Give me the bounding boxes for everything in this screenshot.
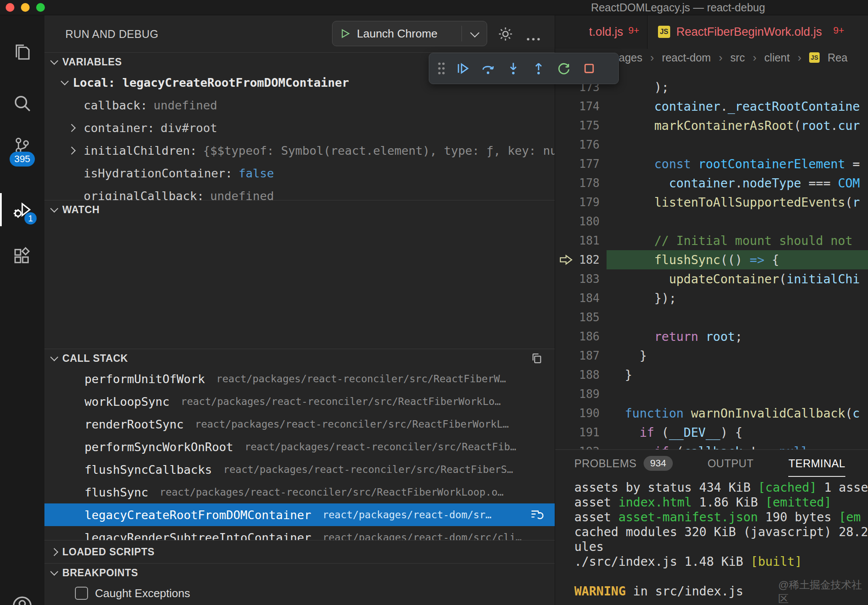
panel-tab-output[interactable]: OUTPUT [708,450,754,477]
zoom-window-button[interactable] [36,3,45,12]
code-token [691,157,698,171]
code-line-176[interactable]: 176 [555,135,868,154]
watermark: @稀土掘金技术社区 [778,578,868,605]
watch-section-header[interactable]: WATCH [44,200,555,219]
launch-config-dropdown[interactable]: Launch Chrome [332,21,487,46]
restart-frame-button[interactable] [529,508,544,523]
account-button[interactable] [0,585,44,605]
expand-toggle[interactable] [69,125,84,131]
call-stack-frame[interactable]: legacyRenderSubtreeIntoContainerreact/pa… [44,526,555,540]
call-stack-frame[interactable]: flushSyncCallbacksreact/packages/react-r… [44,458,555,481]
call-stack-frame[interactable]: legacyCreateRootFromDOMContainerreact/pa… [44,503,555,526]
tab-error-badge: 9+ [628,25,639,36]
copy-call-stack-button[interactable] [530,352,543,367]
code-line-187[interactable]: 187 } [555,346,868,365]
code-line-174[interactable]: 174 container._reactRootContaine [555,97,868,116]
expand-toggle[interactable] [69,148,84,153]
chevron-right-icon [50,548,58,556]
line-number: 175 [576,119,600,132]
breadcrumb-item[interactable]: Rea [827,51,848,64]
minimize-window-button[interactable] [21,3,30,12]
glyph-margin-current[interactable] [555,254,576,265]
terminal-line: asset index.html 1.86 KiB [emitted] [574,495,868,510]
loaded-scripts-section-header[interactable]: LOADED SCRIPTS [44,540,555,563]
start-debug-play-icon[interactable] [339,28,351,39]
debug-settings-button[interactable] [496,24,515,44]
code-line-180[interactable]: 180 [555,212,868,231]
code-line-188[interactable]: 188} [555,365,868,384]
breadcrumb-item[interactable]: react-dom [662,51,711,64]
variable-value: div#root [161,121,217,135]
code-line-190[interactable]: 190function warnOnInvalidCallback(c [555,404,868,423]
caught-exceptions-checkbox[interactable] [75,587,88,600]
code-line-175[interactable]: 175 markContainerAsRoot(root.cur [555,116,868,135]
ellipsis-icon [526,37,541,41]
breakpoint-item-caught-exceptions[interactable]: Caught Exceptions [44,582,555,605]
code-line-186[interactable]: 186 return root; [555,327,868,346]
code-line-178[interactable]: 178 container.nodeType === COM [555,173,868,193]
toolbar-drag-handle[interactable] [433,56,450,81]
sidebar-item-explorer[interactable] [0,31,44,73]
continue-button[interactable] [450,56,475,81]
code-line-183[interactable]: 183 updateContainer(initialChi [555,269,868,289]
step-into-button[interactable] [501,56,526,81]
panel-tab-label: OUTPUT [708,457,754,470]
code-line-179[interactable]: 179 listenToAllSupportedEvents(r [555,193,868,212]
call-stack-frame[interactable]: flushSyncreact/packages/react-reconciler… [44,481,555,503]
breakpoints-section-header[interactable]: BREAKPOINTS [44,563,555,582]
breadcrumb-item[interactable]: ages [619,51,642,64]
code-token: root [801,119,831,133]
editor-tab-bar: t.old.js 9+ JS ReactFiberBeginWork.old.j… [555,15,868,49]
breadcrumb-item[interactable]: src [730,51,745,64]
line-number: 178 [576,177,600,190]
sidebar-item-extensions[interactable] [0,235,44,276]
code-area[interactable]: 173 );174 container._reactRootContaine17… [555,66,868,449]
restart-button[interactable] [551,56,576,81]
window-controls [6,3,45,12]
code-token: cur [838,119,860,133]
editor-tab-inactive[interactable]: t.old.js 9+ [555,15,648,49]
sidebar-item-search[interactable] [0,82,44,124]
call-stack-frame[interactable]: workLoopSyncreact/packages/react-reconci… [44,390,555,413]
breadcrumb-item[interactable]: client [764,51,790,64]
code-line-177[interactable]: 177 const rootContainerElement = [555,154,868,173]
code-line-182[interactable]: 182 flushSync(() => { [555,250,868,269]
more-actions-button[interactable] [524,30,543,49]
code-token [684,406,691,421]
frame-file-path: react/packages/react-reconciler/src/Reac… [216,373,506,384]
panel-tab-terminal[interactable]: TERMINAL [788,450,845,477]
variable-row[interactable]: container:div#root [44,116,555,139]
code-token: COM [838,176,860,190]
line-number: 191 [576,426,600,439]
javascript-file-icon: JS [809,52,820,63]
variables-list: Local: legacyCreateRootFromDOMContainer … [44,71,555,200]
code-line-191[interactable]: 191 if (__DEV__) { [555,423,868,442]
panel-tab-problems[interactable]: PROBLEMS 934 [574,450,673,477]
code-text: function warnOnInvalidCallback(c [625,406,860,421]
step-over-button[interactable] [475,56,501,81]
code-token: if [625,425,654,440]
sidebar-item-run-and-debug[interactable]: 1 [0,189,44,231]
variable-row[interactable]: initialChildren:{$$typeof: Symbol(react.… [44,139,555,162]
call-stack-section-header[interactable]: CALL STACK [44,349,555,367]
code-line-181[interactable]: 181 // Initial mount should not [555,231,868,250]
call-stack-frame[interactable]: performUnitOfWorkreact/packages/react-re… [44,367,555,390]
chevron-down-icon [50,204,58,212]
step-out-button[interactable] [526,56,551,81]
chevron-down-icon[interactable] [470,28,479,37]
call-stack-frame[interactable]: performSyncWorkOnRootreact/packages/reac… [44,435,555,458]
code-line-184[interactable]: 184 }); [555,289,868,308]
code-line-192[interactable]: 192 if (callback !== null [555,442,868,449]
variable-row[interactable]: originalCallback:undefined [44,184,555,200]
call-stack-frame[interactable]: renderRootSyncreact/packages/react-recon… [44,413,555,435]
code-line-189[interactable]: 189 [555,384,868,404]
stop-button[interactable] [576,56,602,81]
editor-tab-active[interactable]: JS ReactFiberBeginWork.old.js 9+ [648,15,868,49]
close-window-button[interactable] [6,3,14,12]
variable-row[interactable]: callback:undefined [44,94,555,116]
sidebar-item-source-control[interactable]: 395 [0,125,44,167]
frame-file-path: react/packages/react-dom/src/cli… [322,532,522,540]
code-line-185[interactable]: 185 [555,308,868,327]
variable-row[interactable]: isHydrationContainer:false [44,162,555,184]
terminal-token: asset [574,495,618,510]
